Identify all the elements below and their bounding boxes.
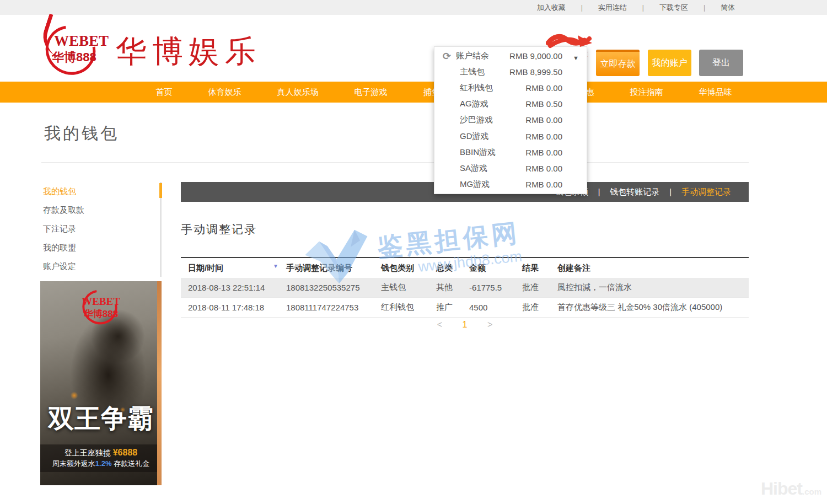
col-header-result: 结果 [522,263,557,274]
manual-adjustment-table: 日期/时间▼ 手动调整记录编号 钱包类别 总类 金额 结果 创建备注 2018-… [181,257,749,318]
col-header-datetime-label: 日期/时间 [188,263,223,272]
banner-next-slide-peek [157,281,162,485]
table-header-row: 日期/时间▼ 手动调整记录编号 钱包类别 总类 金额 结果 创建备注 [181,258,749,278]
prev-page-button[interactable]: < [437,320,442,329]
banner-headline: 双王争霸 [40,401,162,436]
balance-row-gd[interactable]: GD游戏 RMB 0.00 [434,128,587,144]
hibet-text: Hibet [761,479,802,498]
col-header-amount: 金额 [469,263,522,274]
chevron-down-icon[interactable]: ▼ [573,55,579,61]
balance-value: RMB 0.00 [525,115,562,125]
divider: | [581,4,583,12]
sidebar-item-my-wallet[interactable]: 我的钱包 [43,183,156,202]
topbar-link-downloads[interactable]: 下载专区 [658,3,689,13]
sidebar-item-account-settings[interactable]: 账户设定 [43,258,156,277]
balance-label: 主钱包 [460,67,485,77]
next-page-button[interactable]: > [487,320,492,329]
cell-remark: 首存优惠等级三 礼金50% 30倍流水 (405000) [557,302,749,313]
topbar-link-simplified-chinese[interactable]: 简体 [719,3,736,13]
cell-datetime: 2018-08-13 22:51:14 [188,283,286,292]
brand-name: WEBET [54,33,109,50]
cell-wallet-type: 主钱包 [381,282,436,293]
hibet-watermark: Hibet.com [761,479,821,499]
balance-value: RMB 0.00 [525,180,562,189]
balance-label: 红利钱包 [460,83,493,93]
topbar-link-favorites[interactable]: 加入收藏 [536,3,567,13]
banner-line2-suffix: 存款送礼金 [114,459,149,468]
sidebar-item-deposit-withdraw[interactable]: 存款及取款 [43,202,156,221]
my-account-button[interactable]: 我的账户 [648,50,691,76]
cell-datetime: 2018-08-11 17:48:18 [188,303,286,312]
cell-amount: -61775.5 [469,283,522,292]
title-divider [41,162,749,163]
balance-label: 账户结余 [456,51,489,61]
hibet-suffix: .com [802,487,821,496]
table-row: 2018-08-11 17:48:18 1808111747224753 红利钱… [181,298,749,318]
balance-row-bonus-wallet[interactable]: 红利钱包 RMB 0.00 [434,80,587,96]
balance-row-bbin[interactable]: BBIN游戏 RMB 0.00 [434,144,587,160]
balance-dropdown-panel: ⟳ 账户结余 RMB 9,000.00 ▼ 主钱包 RMB 8,999.50 红… [434,46,587,194]
banner-prize-amount: ¥6888 [113,448,138,457]
banner-line2-prefix: 周末额外返水 [52,459,95,468]
cell-result: 批准 [522,302,557,313]
logout-button[interactable]: 登出 [699,50,743,76]
col-header-record-id: 手动调整记录编号 [286,263,381,274]
sidebar-item-bet-records[interactable]: 下注记录 [43,221,156,239]
banner-logo: WEBET 华博888 [74,289,127,330]
refresh-icon[interactable]: ⟳ [443,51,451,61]
nav-item-webet-style[interactable]: 华博品味 [699,87,732,98]
col-header-remark: 创建备注 [557,263,749,274]
brand-logo-icon: WEBET 华博888 [42,18,104,78]
top-utility-bar: 加入收藏| 实用连结| 下载专区| 简体 [0,0,827,15]
balance-label: BBIN游戏 [460,147,496,158]
cell-record-id: 1808111747224753 [286,303,381,312]
balance-value: RMB 0.00 [525,164,562,173]
sidebar-item-my-affiliate[interactable]: 我的联盟 [43,239,156,258]
cell-record-id: 1808132250535275 [286,283,381,292]
tab-wallet-transfer-records[interactable]: 钱包转账记录 [600,187,669,197]
balance-label: SA游戏 [460,163,487,174]
nav-item-betting-guide[interactable]: 投注指南 [630,87,663,98]
topbar-link-useful-links[interactable]: 实用连结 [597,3,628,13]
nav-item-sports[interactable]: 体育娱乐 [208,87,241,98]
balance-label: 沙巴游戏 [460,115,493,125]
cell-wallet-type: 红利钱包 [381,302,436,313]
section-title: 手动调整记录 [181,222,257,237]
sort-down-icon[interactable]: ▼ [273,263,278,269]
balance-label: MG游戏 [460,179,490,190]
main-nav: 首页 体育娱乐 真人娱乐场 电子游戏 捕鱼游戏 彩票游戏 最新优惠 投注指南 华… [0,82,827,103]
balance-label: GD游戏 [460,131,489,142]
balance-row-main-wallet[interactable]: 主钱包 RMB 8,999.50 [434,64,587,80]
nav-item-slots[interactable]: 电子游戏 [355,87,388,98]
nav-item-home[interactable]: 首页 [156,87,173,98]
balance-row-sa[interactable]: SA游戏 RMB 0.00 [434,160,587,176]
balance-row-saba[interactable]: 沙巴游戏 RMB 0.00 [434,112,587,128]
balance-value: RMB 9,000.00 [509,51,562,61]
sidebar-active-indicator [159,183,162,198]
promo-banner[interactable]: WEBET 华博888 双王争霸 登上王座独揽 ¥6888 周末额外返水1.2%… [40,281,162,485]
balance-label: AG游戏 [460,99,488,109]
deposit-button[interactable]: 立即存款 [596,50,640,76]
banner-logo-sub: 华博888 [74,308,127,320]
banner-caption: 登上王座独揽 ¥6888 周末额外返水1.2% 存款送礼金 [40,444,162,472]
table-row: 2018-08-13 22:51:14 1808132250535275 主钱包… [181,278,749,298]
cell-category: 推广 [436,302,469,313]
cell-category: 其他 [436,282,469,293]
banner-rebate-rate: 1.2% [95,459,112,468]
nav-item-live-casino[interactable]: 真人娱乐场 [277,87,319,98]
divider: | [704,4,705,12]
brand-logo[interactable]: WEBET 华博888 华博娱乐 [42,18,261,78]
divider: | [642,4,644,12]
banner-line1: 登上王座独揽 [65,448,111,457]
balance-value: RMB 0.50 [525,99,562,109]
balance-row-ag[interactable]: AG游戏 RMB 0.50 [434,96,587,112]
balance-value: RMB 0.00 [525,132,562,141]
balance-value: RMB 8,999.50 [509,67,562,77]
col-header-datetime[interactable]: 日期/时间▼ [188,263,286,274]
tab-manual-adjustment-records[interactable]: 手动调整记录 [672,187,741,197]
balance-row-mg[interactable]: MG游戏 RMB 0.00 [434,176,587,192]
current-page[interactable]: 1 [463,320,468,329]
balance-value: RMB 0.00 [525,148,562,157]
balance-value: RMB 0.00 [525,83,562,93]
balance-row-total[interactable]: ⟳ 账户结余 RMB 9,000.00 ▼ [434,48,587,64]
